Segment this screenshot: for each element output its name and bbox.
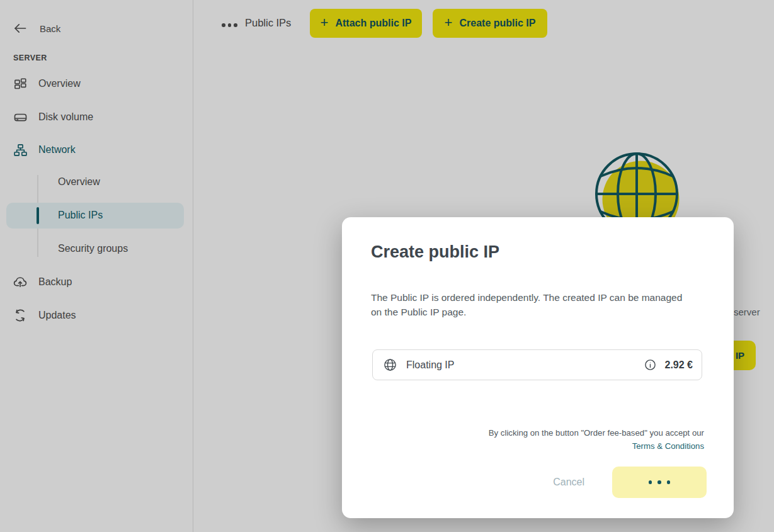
cancel-button[interactable]: Cancel [548, 473, 589, 492]
floating-ip-option[interactable]: Floating IP 2.92 € [372, 349, 702, 380]
info-icon[interactable] [644, 359, 656, 371]
loading-dots-icon [649, 480, 652, 484]
terms-link[interactable]: Terms & Conditions [632, 441, 704, 451]
modal-actions: Cancel [548, 467, 707, 498]
screen: Back SERVER Overview [0, 0, 774, 532]
globe-icon [383, 358, 397, 372]
modal-description: The Public IP is ordered independently. … [371, 290, 695, 319]
option-price: 2.92 € [665, 359, 693, 371]
order-button-loading[interactable] [612, 467, 707, 498]
option-label: Floating IP [406, 359, 454, 371]
modal-title: Create public IP [371, 242, 499, 262]
create-public-ip-dialog: Create public IP The Public IP is ordere… [342, 217, 734, 518]
terms-text: By clicking on the button "Order fee-bas… [489, 427, 704, 453]
